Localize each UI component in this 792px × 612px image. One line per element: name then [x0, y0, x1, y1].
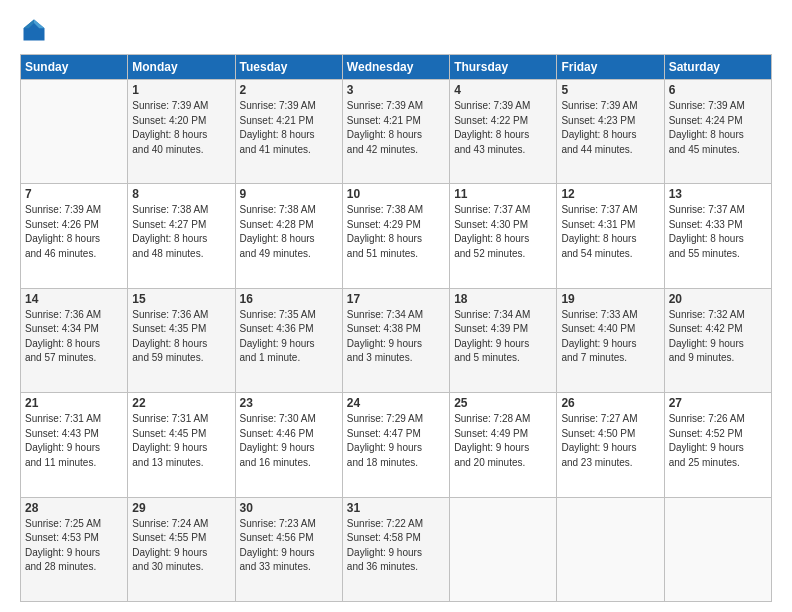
day-number: 29 [132, 501, 230, 515]
calendar-cell: 15Sunrise: 7:36 AM Sunset: 4:35 PM Dayli… [128, 288, 235, 392]
day-number: 4 [454, 83, 552, 97]
day-info: Sunrise: 7:39 AM Sunset: 4:24 PM Dayligh… [669, 99, 767, 157]
day-info: Sunrise: 7:24 AM Sunset: 4:55 PM Dayligh… [132, 517, 230, 575]
day-info: Sunrise: 7:34 AM Sunset: 4:38 PM Dayligh… [347, 308, 445, 366]
calendar-cell: 5Sunrise: 7:39 AM Sunset: 4:23 PM Daylig… [557, 80, 664, 184]
calendar-week-row: 7Sunrise: 7:39 AM Sunset: 4:26 PM Daylig… [21, 184, 772, 288]
weekday-header-wednesday: Wednesday [342, 55, 449, 80]
day-info: Sunrise: 7:37 AM Sunset: 4:30 PM Dayligh… [454, 203, 552, 261]
day-info: Sunrise: 7:29 AM Sunset: 4:47 PM Dayligh… [347, 412, 445, 470]
calendar-cell [21, 80, 128, 184]
day-number: 7 [25, 187, 123, 201]
day-info: Sunrise: 7:35 AM Sunset: 4:36 PM Dayligh… [240, 308, 338, 366]
day-info: Sunrise: 7:39 AM Sunset: 4:20 PM Dayligh… [132, 99, 230, 157]
calendar-cell: 6Sunrise: 7:39 AM Sunset: 4:24 PM Daylig… [664, 80, 771, 184]
day-info: Sunrise: 7:39 AM Sunset: 4:22 PM Dayligh… [454, 99, 552, 157]
calendar-cell: 14Sunrise: 7:36 AM Sunset: 4:34 PM Dayli… [21, 288, 128, 392]
page: SundayMondayTuesdayWednesdayThursdayFrid… [0, 0, 792, 612]
calendar-cell: 28Sunrise: 7:25 AM Sunset: 4:53 PM Dayli… [21, 497, 128, 601]
day-number: 21 [25, 396, 123, 410]
day-number: 30 [240, 501, 338, 515]
day-number: 1 [132, 83, 230, 97]
calendar-cell: 16Sunrise: 7:35 AM Sunset: 4:36 PM Dayli… [235, 288, 342, 392]
calendar-week-row: 14Sunrise: 7:36 AM Sunset: 4:34 PM Dayli… [21, 288, 772, 392]
header [20, 16, 772, 44]
calendar-cell: 7Sunrise: 7:39 AM Sunset: 4:26 PM Daylig… [21, 184, 128, 288]
day-number: 26 [561, 396, 659, 410]
calendar-cell [450, 497, 557, 601]
logo-icon [20, 16, 48, 44]
day-number: 23 [240, 396, 338, 410]
day-number: 16 [240, 292, 338, 306]
calendar-cell: 19Sunrise: 7:33 AM Sunset: 4:40 PM Dayli… [557, 288, 664, 392]
calendar-cell: 8Sunrise: 7:38 AM Sunset: 4:27 PM Daylig… [128, 184, 235, 288]
weekday-header-friday: Friday [557, 55, 664, 80]
day-number: 31 [347, 501, 445, 515]
day-number: 20 [669, 292, 767, 306]
calendar-header-row: SundayMondayTuesdayWednesdayThursdayFrid… [21, 55, 772, 80]
day-info: Sunrise: 7:22 AM Sunset: 4:58 PM Dayligh… [347, 517, 445, 575]
calendar-cell: 29Sunrise: 7:24 AM Sunset: 4:55 PM Dayli… [128, 497, 235, 601]
calendar-cell: 30Sunrise: 7:23 AM Sunset: 4:56 PM Dayli… [235, 497, 342, 601]
day-number: 17 [347, 292, 445, 306]
day-info: Sunrise: 7:23 AM Sunset: 4:56 PM Dayligh… [240, 517, 338, 575]
day-info: Sunrise: 7:30 AM Sunset: 4:46 PM Dayligh… [240, 412, 338, 470]
calendar-cell: 25Sunrise: 7:28 AM Sunset: 4:49 PM Dayli… [450, 393, 557, 497]
calendar-cell [664, 497, 771, 601]
day-number: 5 [561, 83, 659, 97]
day-number: 22 [132, 396, 230, 410]
day-info: Sunrise: 7:39 AM Sunset: 4:21 PM Dayligh… [240, 99, 338, 157]
calendar-table: SundayMondayTuesdayWednesdayThursdayFrid… [20, 54, 772, 602]
day-info: Sunrise: 7:36 AM Sunset: 4:34 PM Dayligh… [25, 308, 123, 366]
weekday-header-sunday: Sunday [21, 55, 128, 80]
day-number: 8 [132, 187, 230, 201]
calendar-cell: 9Sunrise: 7:38 AM Sunset: 4:28 PM Daylig… [235, 184, 342, 288]
day-info: Sunrise: 7:37 AM Sunset: 4:31 PM Dayligh… [561, 203, 659, 261]
calendar-week-row: 28Sunrise: 7:25 AM Sunset: 4:53 PM Dayli… [21, 497, 772, 601]
calendar-cell: 17Sunrise: 7:34 AM Sunset: 4:38 PM Dayli… [342, 288, 449, 392]
calendar-week-row: 1Sunrise: 7:39 AM Sunset: 4:20 PM Daylig… [21, 80, 772, 184]
weekday-header-saturday: Saturday [664, 55, 771, 80]
calendar-cell: 23Sunrise: 7:30 AM Sunset: 4:46 PM Dayli… [235, 393, 342, 497]
calendar-cell: 1Sunrise: 7:39 AM Sunset: 4:20 PM Daylig… [128, 80, 235, 184]
calendar-week-row: 21Sunrise: 7:31 AM Sunset: 4:43 PM Dayli… [21, 393, 772, 497]
day-number: 13 [669, 187, 767, 201]
day-info: Sunrise: 7:32 AM Sunset: 4:42 PM Dayligh… [669, 308, 767, 366]
day-info: Sunrise: 7:27 AM Sunset: 4:50 PM Dayligh… [561, 412, 659, 470]
calendar-cell: 31Sunrise: 7:22 AM Sunset: 4:58 PM Dayli… [342, 497, 449, 601]
day-number: 14 [25, 292, 123, 306]
calendar-cell: 12Sunrise: 7:37 AM Sunset: 4:31 PM Dayli… [557, 184, 664, 288]
calendar-cell: 22Sunrise: 7:31 AM Sunset: 4:45 PM Dayli… [128, 393, 235, 497]
day-info: Sunrise: 7:34 AM Sunset: 4:39 PM Dayligh… [454, 308, 552, 366]
calendar-cell: 26Sunrise: 7:27 AM Sunset: 4:50 PM Dayli… [557, 393, 664, 497]
day-info: Sunrise: 7:39 AM Sunset: 4:26 PM Dayligh… [25, 203, 123, 261]
day-number: 18 [454, 292, 552, 306]
weekday-header-tuesday: Tuesday [235, 55, 342, 80]
calendar-cell: 20Sunrise: 7:32 AM Sunset: 4:42 PM Dayli… [664, 288, 771, 392]
day-number: 2 [240, 83, 338, 97]
calendar-cell: 24Sunrise: 7:29 AM Sunset: 4:47 PM Dayli… [342, 393, 449, 497]
day-number: 25 [454, 396, 552, 410]
calendar-cell: 4Sunrise: 7:39 AM Sunset: 4:22 PM Daylig… [450, 80, 557, 184]
weekday-header-thursday: Thursday [450, 55, 557, 80]
day-info: Sunrise: 7:28 AM Sunset: 4:49 PM Dayligh… [454, 412, 552, 470]
day-info: Sunrise: 7:26 AM Sunset: 4:52 PM Dayligh… [669, 412, 767, 470]
day-info: Sunrise: 7:31 AM Sunset: 4:43 PM Dayligh… [25, 412, 123, 470]
day-info: Sunrise: 7:39 AM Sunset: 4:21 PM Dayligh… [347, 99, 445, 157]
day-number: 11 [454, 187, 552, 201]
calendar-cell [557, 497, 664, 601]
calendar-cell: 18Sunrise: 7:34 AM Sunset: 4:39 PM Dayli… [450, 288, 557, 392]
day-number: 9 [240, 187, 338, 201]
calendar-cell: 3Sunrise: 7:39 AM Sunset: 4:21 PM Daylig… [342, 80, 449, 184]
day-number: 6 [669, 83, 767, 97]
day-info: Sunrise: 7:36 AM Sunset: 4:35 PM Dayligh… [132, 308, 230, 366]
calendar-cell: 11Sunrise: 7:37 AM Sunset: 4:30 PM Dayli… [450, 184, 557, 288]
day-number: 12 [561, 187, 659, 201]
day-info: Sunrise: 7:37 AM Sunset: 4:33 PM Dayligh… [669, 203, 767, 261]
calendar-cell: 2Sunrise: 7:39 AM Sunset: 4:21 PM Daylig… [235, 80, 342, 184]
logo [20, 16, 52, 44]
day-info: Sunrise: 7:39 AM Sunset: 4:23 PM Dayligh… [561, 99, 659, 157]
day-info: Sunrise: 7:38 AM Sunset: 4:27 PM Dayligh… [132, 203, 230, 261]
day-info: Sunrise: 7:38 AM Sunset: 4:28 PM Dayligh… [240, 203, 338, 261]
day-number: 27 [669, 396, 767, 410]
